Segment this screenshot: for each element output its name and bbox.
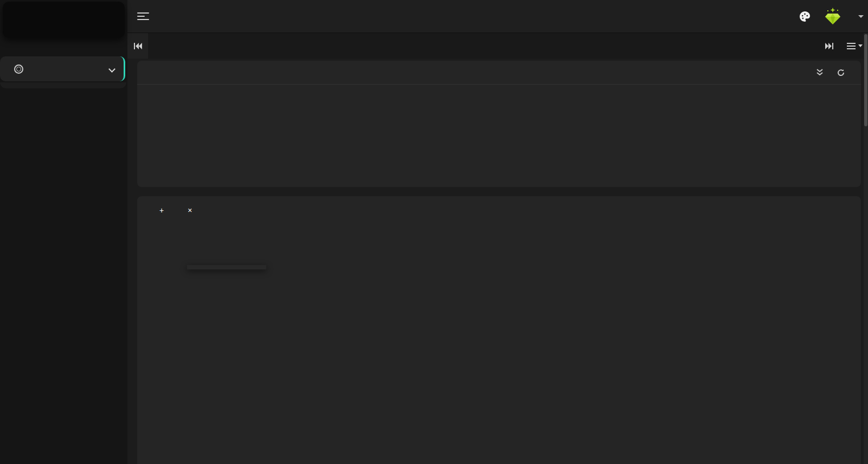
navbar-left [127,0,868,33]
tabs-scroll-right-button[interactable] [825,42,834,50]
x-icon: × [188,206,192,215]
member-list-panel [137,61,861,187]
sidebar-item-member-related[interactable] [0,56,125,81]
top-navbar [127,0,868,33]
double-chevron-down-icon [816,69,823,76]
add-button[interactable]: + [152,202,175,218]
collapse-button[interactable] [816,69,826,76]
sidebar-submenu [0,82,126,88]
chevron-down-icon [108,66,115,73]
table-panel: + × [137,196,861,464]
tabs-scroll-left-button[interactable] [127,33,148,59]
vip-diamond-icon[interactable] [822,7,844,27]
menu-fold-icon[interactable] [137,12,149,20]
members-table-wrap [152,228,845,464]
logo-card [3,2,125,38]
user-menu[interactable] [854,15,864,18]
admin-app: + × [0,0,868,464]
table-toolbar: + × [152,202,203,218]
circle-icon [14,65,23,74]
batch-delete-button[interactable]: × [181,202,203,218]
refresh-button[interactable] [837,69,848,76]
tabs-right-tools [825,33,863,59]
tab-bar [127,33,868,59]
row-action-menu [187,265,266,269]
refresh-icon [837,69,845,76]
navbar-right [799,0,864,33]
tabs-menu-button[interactable] [847,43,863,49]
plus-icon: + [159,206,164,215]
theme-palette-icon[interactable] [799,10,811,23]
sidebar [0,0,127,464]
panel-header [137,61,861,85]
page-scrollbar[interactable] [864,33,868,464]
chevron-down-icon [858,15,864,18]
